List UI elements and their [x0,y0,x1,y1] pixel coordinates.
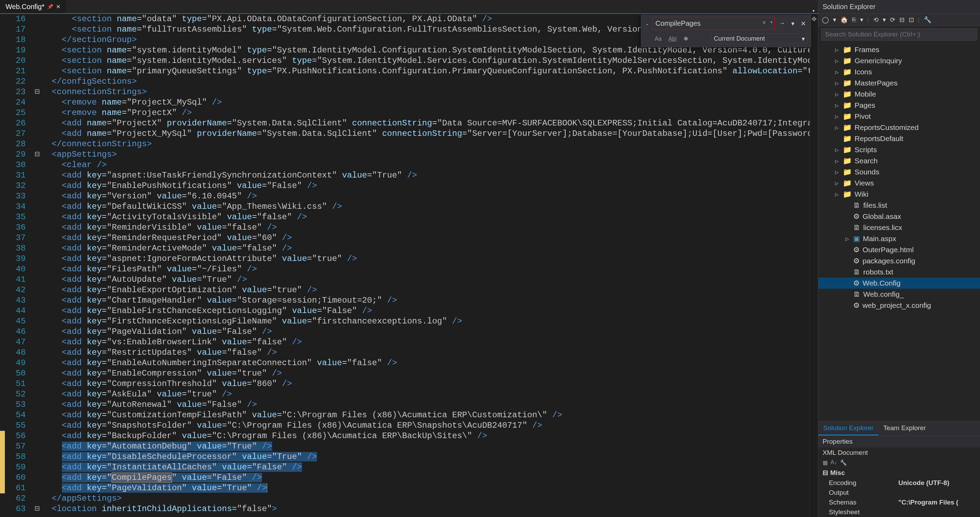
expand-icon[interactable]: ▷ [835,47,840,52]
properties-icon[interactable]: 🔧 [924,16,931,24]
expand-icon[interactable]: ▷ [845,236,850,242]
dropdown-icon[interactable]: ▾ [860,16,863,24]
tree-item-label: Scripts [854,146,877,154]
code-body[interactable]: <section name="odata" type="PX.Api.OData… [42,14,810,517]
config-icon: ⚙ [853,279,860,287]
match-case-toggle[interactable]: Aa [653,35,663,43]
scope-icon[interactable]: ⎘ [852,16,856,24]
find-history-dropdown-icon[interactable]: ▾ [770,20,773,25]
property-row[interactable]: Output [818,488,980,498]
forward-icon[interactable]: ▾ [833,16,836,24]
regex-toggle[interactable]: ✱ [682,34,690,43]
properties-toolbar: ▦ A↓ 🔧 [818,458,980,467]
tree-folder[interactable]: ▷📁MasterPages [818,78,980,89]
expand-icon[interactable]: ▷ [835,181,840,186]
property-row[interactable]: Schemas"C:\Program Files ( [818,498,980,507]
code-editor[interactable]: 1617181920212223242526272829303132333435… [0,14,818,517]
tree-file[interactable]: 🗎licenses.licx [818,222,980,233]
folder-icon: 📁 [843,79,852,87]
home-icon[interactable]: 🏠 [840,16,848,24]
tree-item-label: Search [854,157,878,165]
tree-file[interactable]: ▷▣Main.aspx [818,233,980,244]
tree-folder[interactable]: ▷📁ReportsCustomized [818,122,980,133]
refresh-icon[interactable]: ⟳ [890,16,895,24]
expand-icon[interactable]: ▷ [835,81,840,86]
expand-icon[interactable]: ▷ [835,158,840,164]
collapse-icon[interactable]: ⊟ [899,16,905,24]
expand-icon[interactable]: ▷ [835,58,840,64]
file-icon: 🗎 [853,268,861,276]
collapse-group-icon[interactable]: ⊟ [822,469,828,477]
find-close-icon[interactable]: ✕ [799,18,808,29]
categorized-icon[interactable]: ▦ [822,459,828,466]
folder-icon: 📁 [843,146,852,154]
expand-icon[interactable]: ▷ [835,125,840,130]
tree-folder[interactable]: ▷📁Search [818,155,980,166]
find-expand-icon[interactable]: ⌄ [644,21,650,26]
expand-icon[interactable]: ▷ [835,192,840,197]
expand-icon[interactable]: ▷ [835,103,840,108]
tree-folder[interactable]: ▷📁Icons [818,66,980,78]
folder-icon: 📁 [843,168,852,176]
alpha-icon[interactable]: A↓ [830,459,837,466]
vertical-scrollbar[interactable] [810,14,818,517]
expand-icon[interactable]: ▷ [835,70,840,75]
back-icon[interactable]: ◯ [822,16,829,24]
tree-folder[interactable]: ▷📁Frames [818,44,980,55]
tab-overflow-dropdown[interactable]: ▾ [809,8,818,13]
tree-folder[interactable]: ▷📁Scripts [818,144,980,155]
tree-file[interactable]: 🗎Web.config_ [818,289,980,300]
folder-icon: 📁 [843,68,852,76]
expand-icon[interactable]: ▷ [835,170,840,175]
document-tab[interactable]: Web.Config* 📌 ✕ [0,0,66,13]
close-icon[interactable]: ✕ [56,3,60,10]
tree-folder[interactable]: ▷📁Sounds [818,166,980,178]
find-prev-dropdown-icon[interactable]: ▾ [789,18,797,29]
expand-icon[interactable]: ▷ [835,147,840,153]
solution-tree[interactable]: ▷📁Frames▷📁GenericInquiry▷📁Icons▷📁MasterP… [818,43,980,421]
tree-item-label: Pivot [854,112,871,121]
tree-file[interactable]: ⚙Web.Config [818,278,980,289]
show-all-icon[interactable]: ⊡ [909,16,914,24]
solution-search-input[interactable] [821,28,977,41]
expand-icon[interactable]: ▷ [835,114,840,119]
expand-icon[interactable]: ▷ [835,92,840,97]
whole-word-toggle[interactable]: Ab| [667,35,679,43]
tree-folder[interactable]: ▷📁Pages [818,100,980,111]
tree-file[interactable]: ⚙Global.asax [818,211,980,222]
dropdown2-icon[interactable]: ▾ [883,16,886,24]
find-input[interactable] [652,17,775,30]
clear-icon[interactable]: ✕ [762,20,766,25]
drag-handle-icon[interactable]: ✥ [811,15,817,23]
pin-icon[interactable]: 📌 [47,4,53,10]
tree-folder[interactable]: ▷📁Pivot [818,111,980,122]
tree-file[interactable]: 🗎files.list [818,200,980,211]
tab-solution-explorer[interactable]: Solution Explorer [818,422,878,435]
tree-item-label: Web.config_ [863,290,904,299]
tree-file[interactable]: ⚙web_project_x.config [818,300,980,311]
find-next-icon[interactable]: → [777,18,787,29]
tree-file[interactable]: 🗎robots.txt [818,267,980,278]
tree-folder[interactable]: ▷📁Mobile [818,89,980,100]
sync-icon[interactable]: ⟲ [873,16,878,24]
tree-file[interactable]: ⚙packages.config [818,255,980,267]
fold-gutter[interactable]: ⊟⊟⊟ [33,14,42,517]
tree-folder[interactable]: 📁ReportsDefault [818,133,980,144]
folder-icon: 📁 [843,190,852,198]
property-key: Schemas [829,499,898,506]
file-icon: 🗎 [853,290,861,299]
tree-folder[interactable]: ▷📁GenericInquiry [818,55,980,66]
props-wrench-icon[interactable]: 🔧 [840,459,847,466]
property-row[interactable]: Stylesheet [818,507,980,517]
tree-folder[interactable]: ▷📁Wiki [818,189,980,200]
tab-team-explorer[interactable]: Team Explorer [878,422,931,435]
find-scope-label: Current Document [714,35,765,42]
config-icon: ⚙ [853,246,860,254]
tree-folder[interactable]: ▷📁Views [818,178,980,189]
properties-group[interactable]: ⊟ Misc [818,467,980,478]
property-row[interactable]: EncodingUnicode (UTF-8) [818,478,980,488]
folder-icon: 📁 [843,179,852,187]
property-key: Encoding [829,479,898,487]
find-scope-select[interactable]: Current Document ▾ [711,33,808,44]
tree-file[interactable]: ⚙OuterPage.html [818,244,980,255]
